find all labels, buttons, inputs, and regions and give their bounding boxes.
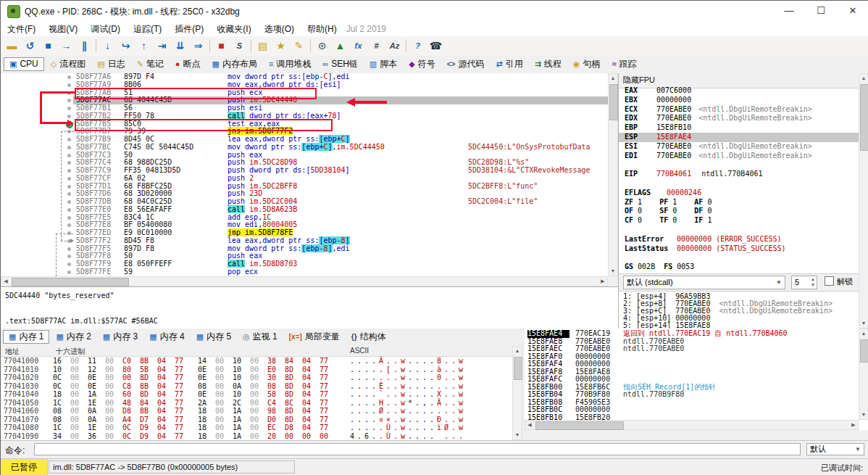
instruction-dot[interactable]	[67, 231, 71, 235]
scroll-thumb[interactable]	[514, 357, 522, 380]
tab-call-stack[interactable]: ≡调用堆栈	[264, 57, 316, 71]
instruction-dot[interactable]	[67, 200, 71, 204]
stack-row[interactable]: 15E8FAF400000000	[525, 360, 859, 368]
command-input[interactable]	[34, 443, 801, 455]
step-over-button[interactable]: ↪	[117, 37, 135, 54]
register-row[interactable]: GS 002B FS 0053	[619, 263, 859, 272]
tab-cpu[interactable]: ▣CPU	[4, 57, 44, 71]
tab-seh[interactable]: ∞SEH链	[317, 57, 363, 71]
scroll-down-icon[interactable]: ▼	[859, 319, 868, 328]
disasm-row[interactable]: 5D8F77A98B06mov eax,dword ptr ds:[esi]	[1, 81, 608, 89]
notes-toolbar-button[interactable]: ✎	[290, 37, 308, 54]
disasm-row[interactable]: 5D8F77FE59pop ecx	[1, 268, 608, 276]
disasm-row[interactable]: 5D8F77B2FF50 78call dword ptr ds:[eax+78…	[1, 112, 608, 120]
dump-row[interactable]: 7704101010001200805B04770E001000E08D0477…	[1, 365, 522, 374]
instruction-dot[interactable]	[67, 255, 71, 258]
tab-handles[interactable]: ◉句柄	[568, 57, 606, 71]
tab-dump-3[interactable]: ▦内存 3	[98, 330, 143, 344]
register-row[interactable]: LastStatus00000000 (STATUS_SUCCESS)	[619, 244, 859, 254]
restart-button[interactable]: ↺	[21, 37, 39, 54]
register-row[interactable]: ESP15E8FAE4	[619, 133, 859, 142]
menu-item[interactable]: 文件(F)	[1, 21, 42, 36]
instruction-dot[interactable]	[67, 177, 71, 181]
tab-dump-2[interactable]: ▦内存 2	[51, 330, 96, 344]
scroll-thumb[interactable]	[12, 278, 129, 286]
breakpoint-dot[interactable]	[66, 121, 73, 128]
scroll-thumb[interactable]	[609, 84, 618, 120]
stack-row[interactable]: 15E8FAEC770EABE0ntdll.770EABE0	[525, 345, 859, 353]
scroll-up-icon[interactable]: ▲	[609, 74, 617, 83]
plugins-button[interactable]: ▲	[331, 37, 349, 54]
instruction-dot[interactable]	[67, 130, 71, 133]
stack-row[interactable]: 15E8FB0C00000000	[525, 406, 859, 414]
menu-item[interactable]: 选项(O)	[258, 21, 301, 36]
instruction-dot[interactable]	[67, 169, 71, 173]
help-button[interactable]: ?	[409, 37, 427, 54]
calculator-button[interactable]: ☎	[427, 37, 445, 54]
scroll-left-icon[interactable]: ◀	[525, 421, 534, 429]
scroll-thumb[interactable]	[860, 339, 868, 363]
trace-over-button[interactable]: ⇒	[189, 37, 207, 54]
register-row[interactable]: ESI770EABE0<ntdll.DbgUiRemoteBreakin>	[619, 142, 859, 152]
menu-item[interactable]: 追踪(T)	[127, 21, 168, 36]
tab-memory-map[interactable]: ▦内存布局	[207, 57, 262, 71]
dump-row[interactable]: 77041090340036000CD9047718001A0020000000…	[1, 432, 522, 441]
instruction-dot[interactable]	[67, 223, 71, 227]
register-row[interactable]: ZF 1 PF 1 AF 0	[619, 198, 859, 207]
open-file-button[interactable]: ▬	[3, 37, 21, 54]
instruction-dot[interactable]	[67, 192, 71, 196]
tab-dump-1[interactable]: ▦内存 1	[3, 330, 49, 344]
log-toolbar-button[interactable]: ▤	[254, 37, 272, 54]
disasm-vscrollbar[interactable]: ▲ ▼	[608, 73, 618, 276]
menu-item[interactable]: 视图(V)	[42, 21, 84, 36]
stack-row[interactable]: 15E8FAFC00000000	[525, 376, 859, 384]
instruction-dot[interactable]	[67, 138, 71, 141]
tab-watch-1[interactable]: ◎监视 1	[238, 330, 283, 344]
instruction-dot[interactable]	[67, 107, 71, 110]
menu-item[interactable]: 调试(D)	[84, 21, 127, 36]
register-row[interactable]: EAX007C6000	[619, 86, 859, 96]
step-out-button[interactable]: ↑	[135, 37, 153, 54]
instruction-dot[interactable]	[67, 208, 71, 212]
scroll-down-icon[interactable]: ▼	[609, 267, 617, 276]
trace-into-button[interactable]: ⇊	[171, 37, 189, 54]
dump-row[interactable]: 7704107008000A00A4D7047718001A00D08D0477…	[1, 416, 522, 424]
disassembly-pane[interactable]: 5D8F77A6897D F4mov dword ptr ss:[ebp-C],…	[1, 73, 608, 276]
dump-row[interactable]: 7704104018001A00608D04770E001000588D0477…	[1, 390, 522, 399]
minimize-button[interactable]: —	[773, 1, 805, 21]
scroll-thumb[interactable]	[535, 421, 624, 430]
spinner-arrows-icon[interactable]: ▲▼	[811, 276, 815, 288]
checkbox-icon[interactable]	[825, 276, 834, 286]
register-row[interactable]: EIP770B4061ntdll.770B4061	[619, 170, 859, 179]
tab-notes[interactable]: ✎笔记	[132, 57, 169, 71]
instruction-dot[interactable]	[67, 91, 71, 95]
stop-button[interactable]: ■	[39, 37, 57, 54]
tab-script[interactable]: ▥脚本	[364, 57, 402, 71]
tab-dump-4[interactable]: ▦内存 4	[144, 330, 189, 344]
menu-item[interactable]: 收藏夹(I)	[210, 21, 257, 36]
scroll-up-icon[interactable]: ▲	[859, 329, 868, 338]
register-row[interactable]: CF 0 TF 0 IF 1	[619, 216, 859, 226]
breakpoint-button[interactable]: ■	[212, 37, 230, 54]
scroll-down-icon[interactable]: ▼	[513, 431, 522, 439]
scroll-right-icon[interactable]: ▶	[598, 277, 607, 286]
instruction-dot[interactable]	[67, 115, 71, 118]
instruction-dot[interactable]	[67, 263, 71, 266]
scroll-up-icon[interactable]: ▲	[513, 347, 522, 355]
tab-locals[interactable]: [x=]局部变量	[284, 330, 345, 344]
tab-graph[interactable]: ◇流程图	[46, 57, 91, 71]
registers-vscrollbar[interactable]: ▲ ▼	[859, 73, 868, 329]
dump-row[interactable]: 7704100016001100C08B04771400100038840477…	[1, 357, 522, 365]
scroll-right-icon[interactable]: ▶	[849, 421, 858, 429]
scroll-up-icon[interactable]: ▲	[859, 74, 868, 83]
stack-vscrollbar[interactable]: ▲ ▼	[859, 329, 868, 420]
tab-references[interactable]: ⇄引用	[491, 57, 527, 71]
dump-pane[interactable]: 地址 十六进制 ASCII 7704100016001100C08B047714…	[1, 346, 522, 440]
hash-button[interactable]: #	[367, 37, 385, 54]
register-row[interactable]: OF 0 SF 0 DF 0	[619, 207, 859, 216]
tab-dump-5[interactable]: ▦内存 5	[191, 330, 236, 344]
dump-row[interactable]: 770410501C001E00488404772A002C00C48C0477…	[1, 399, 522, 408]
stack-hscrollbar[interactable]: ◀ ▶	[525, 420, 859, 430]
instruction-dot[interactable]	[67, 247, 71, 251]
tab-trace[interactable]: ≈跟踪	[606, 57, 641, 71]
